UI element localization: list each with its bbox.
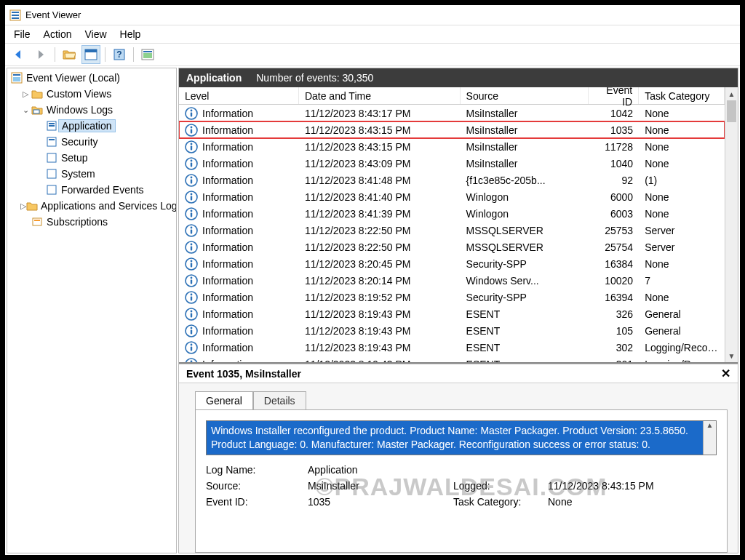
- cell-task: None: [639, 292, 725, 303]
- folder-button[interactable]: [60, 45, 79, 64]
- back-button[interactable]: [9, 45, 28, 64]
- svg-point-44: [191, 209, 193, 212]
- scroll-down-icon[interactable]: ▼: [725, 349, 738, 362]
- svg-point-38: [191, 176, 193, 178]
- tree-root[interactable]: Event Viewer (Local): [7, 70, 176, 86]
- expand-icon[interactable]: ▷: [20, 201, 26, 211]
- collapse-icon[interactable]: ⌄: [20, 105, 31, 115]
- cell-source: MsiInstaller: [461, 158, 589, 169]
- scroll-up-icon[interactable]: ▲: [725, 87, 738, 100]
- cell-date: 11/12/2023 8:19:43 PM: [299, 308, 461, 320]
- tree-apps-services[interactable]: ▷ Applications and Services Log: [7, 198, 176, 214]
- tree-security[interactable]: Security: [7, 134, 176, 150]
- cell-eventid: 301: [589, 359, 639, 363]
- cell-eventid: 6003: [589, 208, 639, 220]
- table-row[interactable]: Information11/12/2023 8:41:48 PM{f1c3e85…: [179, 172, 725, 188]
- tree-setup[interactable]: Setup: [7, 150, 176, 166]
- cell-eventid: 16394: [589, 292, 639, 303]
- table-row[interactable]: Information11/12/2023 8:43:15 PMMsiInsta…: [179, 138, 725, 155]
- svg-point-50: [191, 243, 193, 245]
- svg-rect-12: [13, 74, 20, 76]
- subscriptions-icon: [31, 217, 44, 227]
- cell-eventid: 1035: [589, 124, 639, 136]
- tree-custom-views[interactable]: ▷ Custom Views: [7, 86, 176, 102]
- table-row[interactable]: Information11/12/2023 8:43:17 PMMsiInsta…: [179, 105, 725, 121]
- cell-task: 7: [639, 275, 725, 287]
- tab-details[interactable]: Details: [253, 391, 306, 410]
- eventviewer-icon: [10, 72, 23, 84]
- svg-point-56: [191, 276, 193, 279]
- table-row[interactable]: Information11/12/2023 8:41:40 PMWinlogon…: [179, 188, 725, 205]
- table-row[interactable]: Information11/12/2023 8:19:43 PMESENT326…: [179, 305, 725, 322]
- cell-level: Information: [202, 124, 253, 136]
- logname-label: Log Name:: [206, 464, 308, 476]
- cell-task: Server: [639, 241, 725, 253]
- expand-icon[interactable]: ▷: [20, 89, 31, 99]
- folder-icon: [31, 105, 44, 115]
- svg-rect-22: [47, 185, 56, 194]
- properties-button[interactable]: [81, 45, 100, 64]
- message-scrollbar[interactable]: ▲: [703, 421, 716, 455]
- cell-task: None: [639, 124, 725, 136]
- grid-scrollbar[interactable]: ▲ ▼: [725, 87, 738, 362]
- cell-level: Information: [202, 292, 253, 303]
- event-message[interactable]: Windows Installer reconfigured the produ…: [207, 421, 703, 455]
- scroll-thumb[interactable]: [727, 100, 736, 122]
- cell-level: Information: [202, 225, 253, 236]
- cell-date: 11/12/2023 8:41:39 PM: [299, 208, 461, 220]
- menu-file[interactable]: File: [8, 27, 36, 41]
- cell-eventid: 1042: [589, 108, 639, 119]
- tree-label: Forwarded Events: [58, 184, 147, 196]
- table-row[interactable]: Information11/12/2023 8:19:52 PMSecurity…: [179, 289, 725, 305]
- table-row[interactable]: Information11/12/2023 8:41:39 PMWinlogon…: [179, 205, 725, 222]
- cell-date: 11/12/2023 8:43:15 PM: [299, 124, 461, 136]
- tree-system[interactable]: System: [7, 166, 176, 182]
- table-row[interactable]: Information11/12/2023 8:20:45 PMSecurity…: [179, 255, 725, 272]
- table-row[interactable]: Information11/12/2023 8:19:43 PMESENT302…: [179, 339, 725, 356]
- toolbar-separator: [105, 47, 105, 62]
- source-label: Source:: [206, 480, 308, 492]
- col-level[interactable]: Level: [179, 87, 299, 104]
- col-source[interactable]: Source: [461, 87, 589, 104]
- tree-subscriptions[interactable]: Subscriptions: [7, 214, 176, 230]
- menu-help[interactable]: Help: [114, 27, 147, 41]
- col-eventid[interactable]: Event ID: [589, 87, 639, 104]
- tree-forwarded[interactable]: Forwarded Events: [7, 182, 176, 198]
- cell-date: 11/12/2023 8:43:15 PM: [299, 141, 461, 153]
- cell-date: 11/12/2023 8:20:14 PM: [299, 275, 461, 287]
- table-row[interactable]: Information11/12/2023 8:43:09 PMMsiInsta…: [179, 155, 725, 172]
- table-row[interactable]: Information11/12/2023 8:43:15 PMMsiInsta…: [179, 121, 725, 138]
- tree-application[interactable]: Application: [7, 118, 176, 134]
- tree-windows-logs[interactable]: ⌄ Windows Logs: [7, 102, 176, 118]
- tree-label: Subscriptions: [44, 216, 111, 228]
- table-row[interactable]: Information11/12/2023 8:19:43 PMESENT301…: [179, 356, 725, 362]
- eventid-value: 1035: [308, 496, 453, 508]
- forward-button[interactable]: [31, 45, 50, 64]
- log-icon: [45, 169, 58, 179]
- svg-rect-14: [33, 110, 39, 113]
- svg-rect-17: [49, 125, 55, 127]
- svg-rect-10: [143, 51, 152, 52]
- event-count: Number of events: 30,350: [256, 72, 373, 84]
- log-icon: [45, 153, 58, 163]
- col-task[interactable]: Task Category: [639, 87, 725, 104]
- table-row[interactable]: Information11/12/2023 8:22:50 PMMSSQLSER…: [179, 222, 725, 239]
- table-row[interactable]: Information11/12/2023 8:20:14 PMWindows …: [179, 272, 725, 289]
- svg-rect-21: [47, 169, 56, 178]
- table-row[interactable]: Information11/12/2023 8:19:43 PMESENT105…: [179, 322, 725, 339]
- svg-rect-20: [47, 153, 56, 162]
- table-row[interactable]: Information11/12/2023 8:22:50 PMMSSQLSER…: [179, 239, 725, 255]
- svg-rect-48: [191, 229, 192, 233]
- help-button[interactable]: ?: [110, 45, 129, 64]
- menu-view[interactable]: View: [79, 27, 112, 41]
- app-icon: [9, 9, 21, 21]
- col-date[interactable]: Date and Time: [299, 87, 461, 104]
- menu-action[interactable]: Action: [38, 27, 78, 41]
- cell-source: ESENT: [461, 359, 589, 363]
- svg-rect-24: [34, 220, 40, 221]
- tab-general[interactable]: General: [195, 391, 253, 410]
- cell-eventid: 105: [589, 325, 639, 337]
- preview-button[interactable]: [138, 45, 157, 64]
- close-icon[interactable]: ✕: [721, 367, 730, 380]
- toolbar: ?: [5, 43, 740, 66]
